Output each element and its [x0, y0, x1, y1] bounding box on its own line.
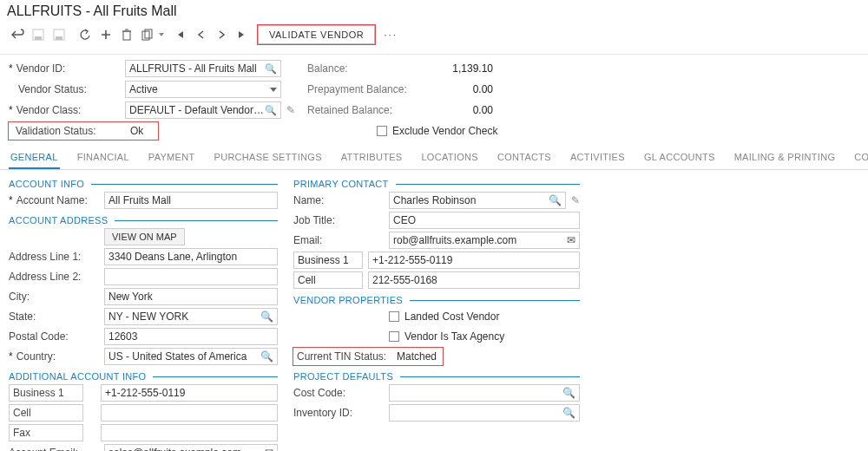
- view-on-map-button[interactable]: VIEW ON MAP: [104, 228, 185, 245]
- save-close-icon: [28, 23, 49, 47]
- job-title-field[interactable]: CEO: [389, 212, 580, 229]
- add-icon[interactable]: [95, 23, 116, 47]
- account-address-header: ACCOUNT ADDRESS: [9, 215, 108, 226]
- phone-business-field[interactable]: +1-212-555-0119: [101, 384, 278, 402]
- primary-contact-header: PRIMARY CONTACT: [293, 179, 389, 189]
- contact-phone-business-field[interactable]: +1-212-555-0119: [368, 252, 580, 269]
- search-icon[interactable]: 🔍: [562, 387, 575, 399]
- prev-record-icon[interactable]: [190, 23, 211, 47]
- addr1-field[interactable]: 3340 Deans Lane, Arlington: [104, 248, 278, 265]
- vendor-status-field[interactable]: Active: [125, 81, 281, 98]
- tin-status-label: Current TIN Status:: [294, 350, 390, 363]
- phone-cell-field[interactable]: [101, 404, 278, 422]
- save-icon: [49, 23, 69, 47]
- city-label: City:: [9, 291, 104, 303]
- summary-panel: *Vendor ID: ALLFRUITS - All Fruits Mall🔍…: [0, 55, 868, 145]
- phone-type-business[interactable]: Business 1: [9, 384, 83, 402]
- prepay-value: 0.00: [420, 83, 498, 95]
- validate-vendor-button[interactable]: VALIDATE VENDOR: [258, 25, 375, 44]
- tax-agency-checkbox[interactable]: [389, 331, 399, 342]
- contact-name-field[interactable]: Charles Robinson🔍: [389, 192, 566, 209]
- vendor-class-label: Vendor Class:: [16, 104, 82, 116]
- delete-icon[interactable]: [116, 23, 137, 47]
- tab-financial[interactable]: FINANCIAL: [76, 148, 131, 169]
- more-actions-icon[interactable]: ···: [380, 23, 401, 47]
- inventory-id-field[interactable]: 🔍: [389, 404, 580, 422]
- search-icon[interactable]: 🔍: [562, 407, 575, 419]
- phone-type-cell[interactable]: Cell: [9, 404, 83, 422]
- landed-cost-checkbox[interactable]: [389, 311, 399, 322]
- state-field[interactable]: NY - NEW YORK🔍: [104, 308, 278, 325]
- search-icon[interactable]: 🔍: [260, 310, 273, 323]
- country-field[interactable]: US - United States of America🔍: [104, 348, 278, 365]
- state-label: State:: [9, 310, 104, 323]
- edit-icon[interactable]: ✎: [571, 194, 580, 206]
- search-icon[interactable]: 🔍: [265, 105, 277, 116]
- account-info-header: ACCOUNT INFO: [9, 179, 84, 189]
- back-icon[interactable]: [7, 23, 28, 47]
- tab-mailing-printing[interactable]: MAILING & PRINTING: [733, 148, 838, 169]
- vendor-class-field[interactable]: DEFAULT - Default Vendor Class🔍: [125, 101, 281, 119]
- chevron-down-icon[interactable]: [159, 33, 164, 36]
- tab-payment[interactable]: PAYMENT: [147, 148, 197, 169]
- mail-icon[interactable]: ✉: [265, 447, 273, 451]
- vendor-id-field[interactable]: ALLFRUITS - All Fruits Mall🔍: [125, 60, 281, 77]
- project-defaults-header: PROJECT DEFAULTS: [293, 371, 393, 382]
- contact-phone-type-business[interactable]: Business 1: [293, 252, 363, 269]
- tin-status-value: Matched: [390, 350, 442, 363]
- balance-value: 1,139.10: [420, 62, 498, 75]
- phone-fax-field[interactable]: [101, 424, 278, 441]
- contact-phone-cell-field[interactable]: 212-555-0168: [368, 271, 580, 289]
- last-record-icon[interactable]: [232, 23, 253, 47]
- toolbar: VALIDATE VENDOR ···: [0, 21, 868, 55]
- job-title-label: Job Title:: [293, 214, 389, 226]
- tab-activities[interactable]: ACTIVITIES: [569, 148, 627, 169]
- chevron-down-icon[interactable]: [270, 88, 277, 92]
- tab-contacts[interactable]: CONTACTS: [496, 148, 553, 169]
- postal-field[interactable]: 12603: [104, 328, 278, 345]
- search-icon[interactable]: 🔍: [260, 350, 273, 363]
- addr1-label: Address Line 1:: [9, 251, 104, 263]
- addr2-field[interactable]: [104, 268, 278, 285]
- contact-email-field[interactable]: rob@allfruits.example.com✉: [389, 232, 580, 249]
- additional-account-info-header: ADDITIONAL ACCOUNT INFO: [9, 371, 146, 382]
- tab-locations[interactable]: LOCATIONS: [419, 148, 479, 169]
- cost-code-field[interactable]: 🔍: [389, 384, 580, 402]
- svg-rect-1: [35, 36, 42, 40]
- search-icon[interactable]: 🔍: [265, 63, 277, 75]
- country-label: Country:: [16, 350, 56, 363]
- contact-name-label: Name:: [293, 194, 389, 206]
- tab-gl-accounts[interactable]: GL ACCOUNTS: [642, 148, 717, 169]
- next-record-icon[interactable]: [211, 23, 232, 47]
- undo-icon[interactable]: [75, 23, 95, 47]
- exclude-vendor-label: Exclude Vendor Check: [392, 125, 497, 137]
- account-name-field[interactable]: All Fruits Mall: [104, 192, 278, 209]
- phone-type-fax[interactable]: Fax: [9, 424, 83, 441]
- balance-label: Balance:: [307, 62, 420, 75]
- tab-attributes[interactable]: ATTRIBUTES: [339, 148, 404, 169]
- tax-agency-label: Vendor Is Tax Agency: [404, 330, 504, 343]
- postal-label: Postal Code:: [9, 330, 104, 343]
- account-name-label: Account Name:: [16, 194, 88, 206]
- vendor-status-label: Vendor Status:: [18, 83, 87, 95]
- edit-icon[interactable]: ✎: [286, 104, 295, 116]
- search-icon[interactable]: 🔍: [549, 194, 562, 206]
- mail-icon[interactable]: ✉: [567, 234, 575, 246]
- copy-icon[interactable]: [137, 23, 158, 47]
- first-record-icon[interactable]: [169, 23, 190, 47]
- tab-compliance[interactable]: COMPLIANCE: [852, 148, 868, 169]
- vendor-id-label: Vendor ID:: [16, 62, 66, 75]
- tab-general[interactable]: GENERAL: [9, 148, 60, 169]
- contact-email-label: Email:: [293, 234, 389, 246]
- contact-phone-type-cell[interactable]: Cell: [293, 271, 363, 289]
- tab-bar: GENERAL FINANCIAL PAYMENT PURCHASE SETTI…: [0, 145, 868, 170]
- account-email-field[interactable]: sales@allfruits.example.com✉: [104, 444, 278, 451]
- validation-status-label: Validation Status:: [16, 125, 96, 137]
- svg-rect-3: [56, 36, 62, 40]
- tab-purchase-settings[interactable]: PURCHASE SETTINGS: [213, 148, 324, 169]
- addr2-label: Address Line 2:: [9, 271, 104, 283]
- inventory-id-label: Inventory ID:: [293, 407, 389, 419]
- city-field[interactable]: New York: [104, 288, 278, 305]
- prepay-label: Prepayment Balance:: [307, 83, 420, 95]
- exclude-vendor-checkbox[interactable]: [377, 126, 387, 136]
